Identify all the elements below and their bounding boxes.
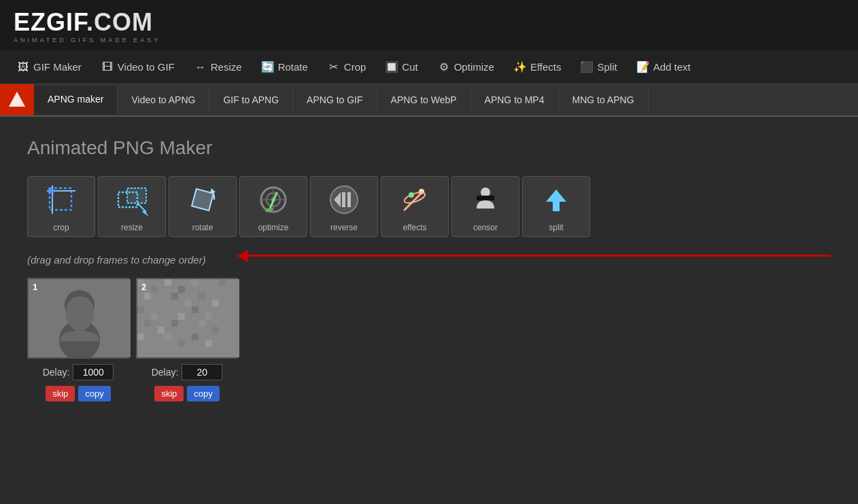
frames-area: 1 Delay: [27, 278, 831, 401]
frame-svg-1 [29, 279, 131, 357]
sub-nav: APNG maker Video to APNG GIF to APNG APN… [0, 84, 858, 117]
rotate-icon: 🔄 [261, 60, 275, 74]
crop-nav-icon: ✂ [327, 60, 341, 74]
sub-nav-gif-to-apng[interactable]: GIF to APNG [209, 86, 293, 113]
censor-tool-icon [467, 181, 504, 219]
nav-item-effects[interactable]: ✨ Effects [504, 50, 571, 84]
svg-rect-62 [151, 340, 158, 347]
svg-rect-45 [185, 300, 192, 306]
svg-marker-10 [210, 188, 216, 194]
logo-icon [7, 90, 27, 109]
resize-tool-label: resize [121, 223, 143, 232]
resize-icon: ↔ [194, 60, 207, 74]
frame-svg-2 [137, 279, 239, 357]
logo-com: .COM [86, 8, 153, 36]
nav-label-gif-maker: GIF Maker [33, 61, 82, 73]
gif-maker-icon: 🖼 [16, 60, 30, 74]
frame-number-1: 1 [33, 282, 37, 292]
svg-rect-42 [144, 293, 151, 300]
nav-label-crop: Crop [344, 61, 366, 73]
nav-item-cut[interactable]: 🔲 Cut [375, 50, 427, 84]
header: EZGIF.COM ANIMATED GIFS MADE EASY [0, 0, 858, 50]
svg-rect-61 [137, 334, 144, 340]
svg-rect-54 [219, 306, 226, 313]
page-title: Animated PNG Maker [27, 137, 831, 159]
frame-number-2: 2 [141, 282, 146, 292]
nav-label-video-to-gif: Video to GIF [118, 61, 175, 73]
svg-rect-65 [192, 334, 199, 340]
frame-image-2 [137, 279, 239, 357]
nav-label-resize: Resize [211, 61, 242, 73]
svg-rect-52 [192, 306, 199, 313]
svg-rect-43 [158, 300, 165, 306]
svg-marker-0 [9, 92, 25, 107]
nav-item-video-to-gif[interactable]: 🎞 Video to GIF [91, 50, 184, 84]
nav-item-optimize[interactable]: ⚙ Optimize [428, 50, 504, 84]
split-nav-icon: ⬛ [580, 60, 594, 74]
svg-rect-55 [144, 320, 151, 327]
svg-rect-6 [127, 188, 146, 203]
svg-rect-66 [205, 340, 212, 347]
skip-button-1[interactable]: skip [46, 386, 75, 401]
cut-icon: 🔲 [385, 60, 398, 74]
logo: EZGIF.COM ANIMATED GIFS MADE EASY [14, 8, 844, 43]
crop-tool-label: crop [53, 223, 69, 232]
frame-item-2: 2 [136, 278, 238, 401]
svg-rect-48 [137, 306, 144, 313]
copy-button-2[interactable]: copy [187, 386, 219, 401]
sub-nav-apng-to-gif[interactable]: APNG to GIF [293, 86, 377, 113]
svg-point-25 [409, 192, 414, 198]
delay-input-1[interactable] [73, 364, 114, 380]
svg-rect-64 [178, 340, 185, 347]
skip-button-2[interactable]: skip [154, 386, 184, 401]
sub-nav-apng-to-mp4[interactable]: APNG to MP4 [471, 86, 559, 113]
svg-rect-56 [158, 327, 165, 334]
svg-rect-50 [165, 306, 171, 313]
frame-wrapper-2[interactable]: 2 [136, 278, 238, 359]
delay-label-1: Delay: [43, 367, 70, 378]
nav-item-add-text[interactable]: 📝 Add text [627, 50, 700, 84]
tool-crop[interactable]: crop [27, 176, 95, 237]
svg-rect-44 [171, 293, 178, 300]
logo-main: EZGIF [14, 8, 86, 36]
btn-row-2: skip copy [154, 386, 220, 401]
nav-label-cut: Cut [402, 61, 417, 73]
frame-wrapper-1[interactable]: 1 [27, 278, 129, 359]
nav-item-split[interactable]: ⬛ Split [570, 50, 626, 84]
svg-point-24 [403, 190, 426, 205]
copy-button-1[interactable]: copy [78, 386, 110, 401]
sub-nav-mng-to-apng[interactable]: MNG to APNG [559, 86, 649, 113]
svg-rect-67 [219, 334, 226, 340]
svg-rect-37 [165, 279, 171, 286]
svg-rect-59 [199, 320, 205, 327]
svg-point-30 [59, 320, 100, 357]
nav-item-gif-maker[interactable]: 🖼 GIF Maker [7, 50, 91, 84]
svg-rect-9 [192, 189, 213, 211]
nav-item-crop[interactable]: ✂ Crop [318, 50, 376, 84]
svg-rect-21 [347, 192, 351, 207]
svg-rect-39 [192, 279, 199, 286]
rotate-tool-icon [184, 181, 222, 219]
svg-point-26 [481, 187, 490, 197]
delay-label-2: Delay: [152, 367, 179, 378]
delay-input-2[interactable] [182, 364, 222, 380]
nav-label-effects: Effects [530, 61, 562, 73]
svg-rect-40 [205, 286, 212, 293]
sub-nav-logo [0, 84, 34, 115]
sub-nav-apng-to-webp[interactable]: APNG to WebP [377, 86, 471, 113]
arrow-container [238, 217, 831, 295]
sub-nav-apng-maker[interactable]: APNG maker [34, 86, 118, 114]
sub-nav-video-to-apng[interactable]: Video to APNG [118, 86, 209, 113]
tool-resize[interactable]: resize [98, 176, 166, 237]
tool-rotate[interactable]: rotate [169, 176, 237, 237]
nav-label-split: Split [597, 61, 617, 73]
nav-item-rotate[interactable]: 🔄 Rotate [252, 50, 318, 84]
svg-rect-63 [165, 334, 171, 340]
nav-bar: 🖼 GIF Maker 🎞 Video to GIF ↔ Resize 🔄 Ro… [0, 50, 858, 84]
optimize-nav-icon: ⚙ [437, 60, 451, 74]
reverse-tool-icon [326, 181, 363, 219]
nav-label-rotate: Rotate [278, 61, 308, 73]
svg-rect-41 [219, 279, 226, 286]
frame-image-1 [29, 279, 131, 357]
nav-item-resize[interactable]: ↔ Resize [184, 50, 252, 84]
